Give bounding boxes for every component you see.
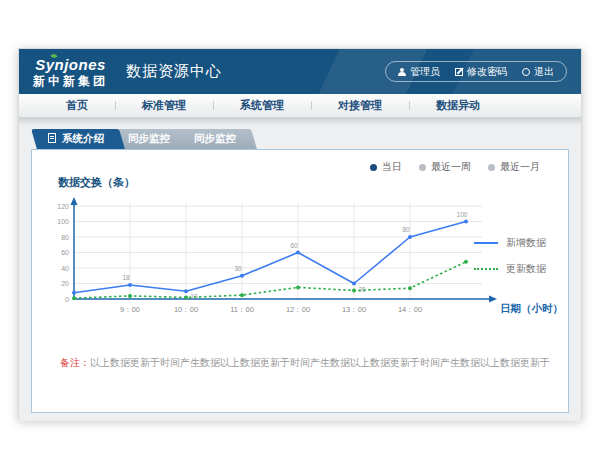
app-window: Synjones 新中新集团 数据资源中心 管理员 修改密码 退出 首页 标准管… — [18, 48, 582, 420]
nav-item-home[interactable]: 首页 — [39, 98, 115, 113]
solid-line-icon — [474, 242, 498, 244]
svg-text:日期（小时）: 日期（小时） — [500, 302, 563, 315]
svg-text:9：00: 9：00 — [120, 305, 140, 314]
svg-text:60: 60 — [61, 249, 69, 256]
tab-bar: 系统介绍 同步监控 同步监控 — [34, 129, 246, 149]
svg-text:100: 100 — [57, 218, 69, 225]
footnote-text: 以上数据更新于时间产生数据以上数据更新于时间产生数据以上数据更新于时间产生数据以… — [90, 357, 550, 368]
filter-label: 当日 — [382, 160, 402, 174]
app-header: Synjones 新中新集团 数据资源中心 管理员 修改密码 退出 — [19, 49, 581, 94]
brand-logo-subtext: 新中新集团 — [33, 75, 108, 87]
filter-today[interactable]: 当日 — [370, 160, 402, 174]
svg-text:10：00: 10：00 — [174, 305, 198, 314]
nav-item-system-mgmt[interactable]: 系统管理 — [213, 98, 311, 113]
svg-text:100: 100 — [457, 211, 468, 218]
radio-dot-icon — [419, 164, 426, 171]
power-icon — [522, 68, 530, 76]
tab-label: 同步监控 — [128, 132, 170, 146]
footnote: 备注：以上数据更新于时间产生数据以上数据更新于时间产生数据以上数据更新于时间产生… — [60, 356, 550, 370]
chart-legend: 新增数据 更新数据 — [474, 236, 546, 276]
radio-dot-icon — [370, 164, 377, 171]
legend-label: 新增数据 — [506, 236, 546, 250]
svg-text:20: 20 — [358, 286, 366, 293]
radio-dot-icon — [488, 164, 495, 171]
document-icon — [48, 133, 56, 143]
content-area: 系统介绍 同步监控 同步监控 当日 最近一周 — [19, 118, 581, 421]
legend-label: 更新数据 — [506, 262, 546, 276]
svg-text:120: 120 — [57, 203, 69, 210]
edit-icon — [455, 68, 463, 76]
filter-label: 最近一月 — [500, 160, 540, 174]
filter-last-month[interactable]: 最近一月 — [488, 160, 540, 174]
svg-text:0: 0 — [65, 296, 69, 303]
svg-text:60: 60 — [290, 242, 298, 249]
user-icon — [398, 68, 406, 76]
svg-text:30: 30 — [234, 265, 242, 272]
nav-item-standard-mgmt[interactable]: 标准管理 — [115, 98, 213, 113]
time-range-filters: 当日 最近一周 最近一月 — [370, 160, 540, 174]
change-password-label: 修改密码 — [467, 65, 507, 79]
logout-label: 退出 — [534, 65, 554, 79]
logout-button[interactable]: 退出 — [522, 65, 554, 79]
user-toolbar: 管理员 修改密码 退出 — [385, 61, 567, 82]
svg-text:12：00: 12：00 — [286, 305, 310, 314]
user-label: 管理员 — [410, 65, 440, 79]
main-nav: 首页 标准管理 系统管理 对接管理 数据异动 — [19, 94, 581, 118]
brand-logo: Synjones 新中新集团 — [33, 57, 108, 87]
nav-item-interface-mgmt[interactable]: 对接管理 — [311, 98, 409, 113]
brand-logo-text: Synjones — [33, 57, 108, 72]
tab-system-intro[interactable]: 系统介绍 — [34, 129, 122, 149]
svg-text:14：00: 14：00 — [398, 305, 422, 314]
chart-panel: 当日 最近一周 最近一月 数据交换（条） 0204060801001209：00… — [31, 149, 569, 413]
filter-label: 最近一周 — [431, 160, 471, 174]
tab-label: 系统介绍 — [62, 132, 104, 146]
legend-new-data[interactable]: 新增数据 — [474, 236, 546, 250]
nav-item-data-change[interactable]: 数据异动 — [409, 98, 507, 113]
y-axis-title: 数据交换（条） — [58, 175, 135, 190]
svg-text:18: 18 — [122, 274, 130, 281]
svg-text:40: 40 — [61, 265, 69, 272]
change-password-button[interactable]: 修改密码 — [455, 65, 507, 79]
svg-text:80: 80 — [402, 226, 410, 233]
legend-updated-data[interactable]: 更新数据 — [474, 262, 546, 276]
filter-last-week[interactable]: 最近一周 — [419, 160, 471, 174]
footnote-prefix: 备注： — [60, 357, 90, 368]
user-menu[interactable]: 管理员 — [398, 65, 440, 79]
dotted-line-icon — [474, 268, 498, 270]
svg-text:80: 80 — [61, 234, 69, 241]
tab-sync-monitor-1[interactable]: 同步监控 — [114, 129, 188, 149]
tab-sync-monitor-2[interactable]: 同步监控 — [180, 129, 254, 149]
svg-text:11：00: 11：00 — [230, 305, 254, 314]
svg-text:20: 20 — [61, 280, 69, 287]
tab-label: 同步监控 — [194, 132, 236, 146]
svg-text:13：00: 13：00 — [342, 305, 366, 314]
